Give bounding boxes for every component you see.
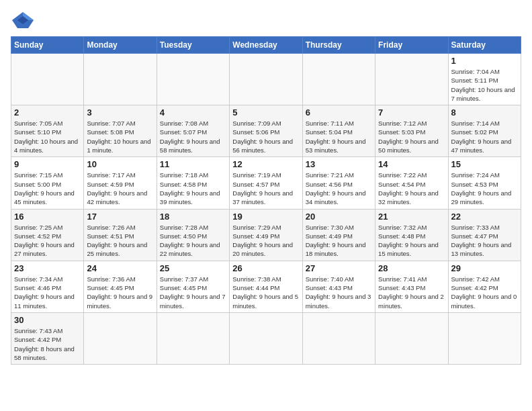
calendar-week-3: 9Sunrise: 7:15 AM Sunset: 5:00 PM Daylig… (11, 157, 521, 209)
calendar-cell (230, 54, 302, 105)
day-info: Sunrise: 7:15 AM Sunset: 5:00 PM Dayligh… (14, 171, 81, 206)
header (11, 11, 521, 30)
calendar-cell: 3Sunrise: 7:07 AM Sunset: 5:08 PM Daylig… (84, 105, 157, 157)
calendar-cell: 1Sunrise: 7:04 AM Sunset: 5:11 PM Daylig… (448, 54, 521, 105)
day-number: 26 (232, 263, 299, 273)
calendar-cell: 27Sunrise: 7:40 AM Sunset: 4:43 PM Dayli… (302, 261, 375, 312)
logo-icon (11, 11, 35, 30)
calendar-cell: 5Sunrise: 7:09 AM Sunset: 5:06 PM Daylig… (230, 105, 302, 157)
weekday-header-saturday: Saturday (448, 37, 521, 54)
day-info: Sunrise: 7:36 AM Sunset: 4:45 PM Dayligh… (87, 275, 153, 310)
calendar-cell: 4Sunrise: 7:08 AM Sunset: 5:07 PM Daylig… (157, 105, 229, 157)
day-info: Sunrise: 7:42 AM Sunset: 4:42 PM Dayligh… (451, 275, 518, 310)
day-info: Sunrise: 7:08 AM Sunset: 5:07 PM Dayligh… (160, 119, 226, 154)
calendar-cell: 18Sunrise: 7:28 AM Sunset: 4:50 PM Dayli… (157, 209, 229, 261)
calendar-cell (448, 312, 521, 364)
calendar-cell: 17Sunrise: 7:26 AM Sunset: 4:51 PM Dayli… (84, 209, 157, 261)
day-number: 13 (306, 159, 372, 169)
calendar-cell: 29Sunrise: 7:42 AM Sunset: 4:42 PM Dayli… (448, 261, 521, 312)
calendar-cell: 19Sunrise: 7:29 AM Sunset: 4:49 PM Dayli… (230, 209, 302, 261)
calendar-week-6: 30Sunrise: 7:43 AM Sunset: 4:42 PM Dayli… (11, 312, 521, 364)
day-number: 30 (14, 315, 81, 325)
calendar-cell: 20Sunrise: 7:30 AM Sunset: 4:49 PM Dayli… (302, 209, 375, 261)
day-number: 6 (306, 107, 372, 118)
day-number: 9 (14, 159, 81, 169)
day-info: Sunrise: 7:05 AM Sunset: 5:10 PM Dayligh… (14, 119, 81, 154)
day-number: 20 (306, 212, 372, 222)
weekday-header-thursday: Thursday (302, 37, 375, 54)
day-number: 22 (451, 212, 518, 222)
day-number: 29 (451, 263, 518, 273)
calendar-cell: 6Sunrise: 7:11 AM Sunset: 5:04 PM Daylig… (302, 105, 375, 157)
calendar-cell: 21Sunrise: 7:32 AM Sunset: 4:48 PM Dayli… (375, 209, 448, 261)
calendar-cell: 26Sunrise: 7:38 AM Sunset: 4:44 PM Dayli… (230, 261, 302, 312)
day-info: Sunrise: 7:07 AM Sunset: 5:08 PM Dayligh… (87, 119, 153, 154)
day-info: Sunrise: 7:38 AM Sunset: 4:44 PM Dayligh… (232, 275, 299, 310)
day-info: Sunrise: 7:43 AM Sunset: 4:42 PM Dayligh… (14, 326, 81, 362)
calendar-cell: 13Sunrise: 7:21 AM Sunset: 4:56 PM Dayli… (302, 157, 375, 209)
day-info: Sunrise: 7:29 AM Sunset: 4:49 PM Dayligh… (232, 223, 299, 259)
calendar-cell: 24Sunrise: 7:36 AM Sunset: 4:45 PM Dayli… (84, 261, 157, 312)
day-number: 17 (87, 212, 153, 222)
weekday-header-wednesday: Wednesday (230, 37, 302, 54)
day-number: 14 (378, 159, 445, 169)
day-info: Sunrise: 7:24 AM Sunset: 4:53 PM Dayligh… (451, 171, 518, 206)
day-info: Sunrise: 7:32 AM Sunset: 4:48 PM Dayligh… (378, 223, 445, 259)
calendar-cell (11, 54, 84, 105)
day-info: Sunrise: 7:04 AM Sunset: 5:11 PM Dayligh… (451, 67, 518, 103)
day-info: Sunrise: 7:19 AM Sunset: 4:57 PM Dayligh… (232, 171, 299, 206)
calendar-cell (230, 312, 302, 364)
calendar-cell: 2Sunrise: 7:05 AM Sunset: 5:10 PM Daylig… (11, 105, 84, 157)
day-info: Sunrise: 7:25 AM Sunset: 4:52 PM Dayligh… (14, 223, 81, 259)
day-info: Sunrise: 7:14 AM Sunset: 5:02 PM Dayligh… (451, 119, 518, 154)
calendar-cell: 22Sunrise: 7:33 AM Sunset: 4:47 PM Dayli… (448, 209, 521, 261)
calendar-header: SundayMondayTuesdayWednesdayThursdayFrid… (11, 37, 521, 54)
logo (11, 11, 38, 30)
weekday-header-tuesday: Tuesday (157, 37, 229, 54)
calendar-cell: 30Sunrise: 7:43 AM Sunset: 4:42 PM Dayli… (11, 312, 84, 364)
page-container: SundayMondayTuesdayWednesdayThursdayFrid… (0, 0, 532, 370)
weekday-row: SundayMondayTuesdayWednesdayThursdayFrid… (11, 37, 521, 54)
day-number: 10 (87, 159, 153, 169)
calendar-cell (375, 312, 448, 364)
day-info: Sunrise: 7:18 AM Sunset: 4:58 PM Dayligh… (160, 171, 226, 206)
day-number: 27 (306, 263, 372, 273)
day-number: 1 (451, 56, 518, 66)
day-info: Sunrise: 7:33 AM Sunset: 4:47 PM Dayligh… (451, 223, 518, 259)
calendar-cell: 25Sunrise: 7:37 AM Sunset: 4:45 PM Dayli… (157, 261, 229, 312)
day-info: Sunrise: 7:21 AM Sunset: 4:56 PM Dayligh… (306, 171, 372, 206)
calendar-cell: 9Sunrise: 7:15 AM Sunset: 5:00 PM Daylig… (11, 157, 84, 209)
calendar-cell (157, 312, 229, 364)
calendar-table: SundayMondayTuesdayWednesdayThursdayFrid… (11, 36, 521, 365)
calendar-cell: 16Sunrise: 7:25 AM Sunset: 4:52 PM Dayli… (11, 209, 84, 261)
day-info: Sunrise: 7:12 AM Sunset: 5:03 PM Dayligh… (378, 119, 445, 154)
calendar-cell: 7Sunrise: 7:12 AM Sunset: 5:03 PM Daylig… (375, 105, 448, 157)
day-number: 12 (232, 159, 299, 169)
weekday-header-monday: Monday (84, 37, 157, 54)
calendar-cell (84, 312, 157, 364)
calendar-cell (84, 54, 157, 105)
day-number: 23 (14, 263, 81, 273)
calendar-cell (157, 54, 229, 105)
calendar-cell: 12Sunrise: 7:19 AM Sunset: 4:57 PM Dayli… (230, 157, 302, 209)
day-number: 15 (451, 159, 518, 169)
day-number: 8 (451, 107, 518, 118)
calendar-cell: 28Sunrise: 7:41 AM Sunset: 4:43 PM Dayli… (375, 261, 448, 312)
calendar-cell: 11Sunrise: 7:18 AM Sunset: 4:58 PM Dayli… (157, 157, 229, 209)
day-number: 21 (378, 212, 445, 222)
day-info: Sunrise: 7:26 AM Sunset: 4:51 PM Dayligh… (87, 223, 153, 259)
day-info: Sunrise: 7:22 AM Sunset: 4:54 PM Dayligh… (378, 171, 445, 206)
day-info: Sunrise: 7:11 AM Sunset: 5:04 PM Dayligh… (306, 119, 372, 154)
day-info: Sunrise: 7:37 AM Sunset: 4:45 PM Dayligh… (160, 275, 226, 310)
day-number: 4 (160, 107, 226, 118)
day-number: 16 (14, 212, 81, 222)
calendar-cell: 8Sunrise: 7:14 AM Sunset: 5:02 PM Daylig… (448, 105, 521, 157)
day-number: 11 (160, 159, 226, 169)
day-info: Sunrise: 7:30 AM Sunset: 4:49 PM Dayligh… (306, 223, 372, 259)
day-number: 18 (160, 212, 226, 222)
calendar-cell (302, 312, 375, 364)
day-info: Sunrise: 7:28 AM Sunset: 4:50 PM Dayligh… (160, 223, 226, 259)
calendar-cell: 15Sunrise: 7:24 AM Sunset: 4:53 PM Dayli… (448, 157, 521, 209)
weekday-header-sunday: Sunday (11, 37, 84, 54)
day-number: 7 (378, 107, 445, 118)
